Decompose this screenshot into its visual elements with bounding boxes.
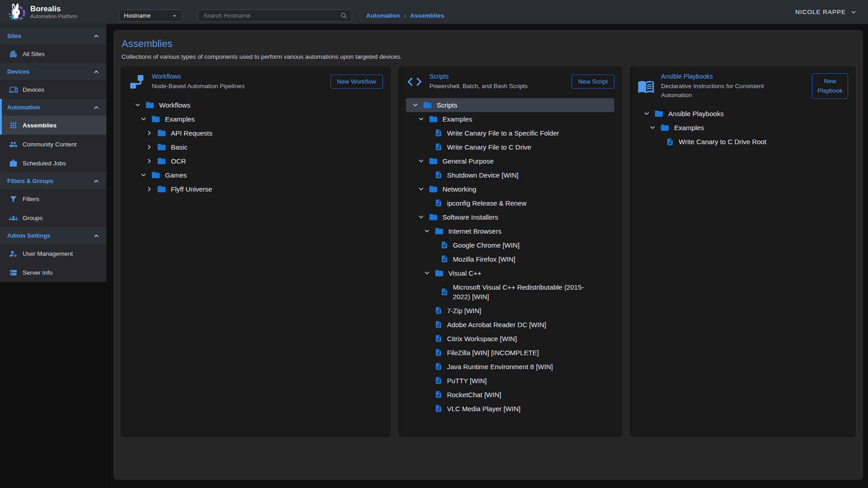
tree-file-label: Citrix Workspace [WIN] (447, 332, 517, 346)
tree-file-write-canary-file-to-a-specific-folder[interactable]: Write Canary File to a Specific Folder (406, 126, 615, 140)
sidebar-item-scheduled-jobs[interactable]: Scheduled Jobs (0, 154, 106, 173)
tree-folder-examples[interactable]: Examples (128, 112, 383, 126)
sidebar-item-community-content[interactable]: Community Content (0, 135, 106, 154)
card-ansible-playbooks: Ansible Playbooks Declarative Instructio… (630, 66, 856, 437)
chevron-right-icon[interactable] (146, 129, 153, 137)
file-icon (434, 129, 443, 137)
tree-folder-workflows[interactable]: Workflows (128, 98, 383, 112)
tree-folder-label: Examples (443, 112, 472, 126)
tree-file-rocketchat-win[interactable]: RocketChat [WIN] (406, 388, 615, 402)
rabbit-logo-icon (6, 2, 26, 22)
tree-folder-api-requests[interactable]: API Requests (128, 126, 383, 140)
folder-icon (157, 142, 166, 152)
tree-folder-general-purpose[interactable]: General Purpose (406, 154, 615, 168)
tree-folder-ocr[interactable]: OCR (128, 154, 383, 168)
tree-folder-ansible-playbooks[interactable]: Ansible Playbooks (637, 107, 848, 121)
tree-folder-label: General Purpose (443, 154, 494, 168)
sidebar-item-devices[interactable]: Devices (0, 80, 106, 99)
tree-file-write-canary-file-to-c-drive[interactable]: Write Canary File to C Drive (406, 140, 615, 154)
sidebar-section-sites[interactable]: Sites (0, 28, 106, 44)
user-name: NICOLE RAPPE (795, 9, 846, 15)
sidebar-item-assemblies[interactable]: Assemblies (0, 116, 106, 135)
chevron-down-icon[interactable] (140, 115, 147, 123)
tree-file-vlc-media-player-win[interactable]: VLC Media Player [WIN] (406, 402, 615, 416)
breadcrumb-assemblies[interactable]: Assemblies (410, 12, 444, 19)
tree-file-java-runtime-environment-8-win[interactable]: Java Runtime Environment 8 [WIN] (406, 360, 615, 374)
sidebar-section-filters-groups[interactable]: Filters & Groups (0, 173, 106, 189)
file-icon (434, 390, 443, 399)
hostname-select[interactable]: Hostname (119, 9, 183, 22)
chevron-down-icon[interactable] (423, 227, 431, 235)
new-playbook-button[interactable]: New Playbook (812, 73, 848, 99)
chevron-right-icon[interactable] (146, 143, 153, 151)
sidebar-item-groups[interactable]: Groups (0, 208, 106, 227)
tree-folder-examples[interactable]: Examples (406, 112, 615, 126)
chevron-right-icon[interactable] (146, 157, 153, 165)
search-input[interactable] (203, 12, 340, 19)
sidebar-divider (106, 24, 107, 488)
card-workflows: Workflows Node-Based Automation Pipeline… (121, 66, 391, 437)
sidebar-item-filters[interactable]: Filters (0, 189, 106, 208)
folder-icon (660, 123, 670, 132)
tree-file-mozilla-firefox-win[interactable]: Mozilla Firefox [WIN] (406, 252, 615, 266)
tree-folder-networking[interactable]: Networking (406, 182, 615, 196)
tree-folder-label: Internet Browsers (448, 224, 502, 238)
tree-file-citrix-workspace-win[interactable]: Citrix Workspace [WIN] (406, 332, 615, 346)
folder-icon (654, 109, 664, 118)
tree-folder-internet-browsers[interactable]: Internet Browsers (406, 224, 615, 238)
chevron-down-icon[interactable] (643, 110, 651, 117)
tree-file-microsoft-visual-c-redistributable-2015-2022-win[interactable]: Microsoft Visual C++ Redistributable (20… (406, 280, 615, 304)
chevron-down-icon[interactable] (423, 269, 431, 277)
sidebar-section-admin-settings[interactable]: Admin Settings (0, 227, 106, 244)
chevron-down-icon[interactable] (134, 101, 142, 109)
sidebar-item-user-management[interactable]: User Management (0, 244, 106, 263)
sidebar-item-all-sites[interactable]: All Sites (0, 44, 106, 63)
tree-file-label: Microsoft Visual C++ Redistributable (20… (453, 280, 598, 304)
tree-folder-flyff-universe[interactable]: Flyff Universe (128, 182, 383, 196)
tree-folder-visual-c[interactable]: Visual C++ (406, 266, 615, 280)
tree-file-write-canary-to-c-drive-root[interactable]: Write Canary to C Drive Root (637, 135, 848, 149)
tree-file-label: ipconfig Release & Renew (447, 196, 527, 210)
chevron-down-icon[interactable] (417, 213, 425, 221)
sidebar-item-label: Server Info (23, 269, 52, 276)
sidebar-item-server-info[interactable]: Server Info (0, 263, 106, 282)
tree-file-google-chrome-win[interactable]: Google Chrome [WIN] (406, 238, 615, 252)
tree-file-adobe-acrobat-reader-dc-win[interactable]: Adobe Acrobat Reader DC [WIN] (406, 318, 615, 332)
tree-file-7-zip-win[interactable]: 7-Zip [WIN] (406, 304, 615, 318)
tree-folder-examples[interactable]: Examples (637, 121, 848, 135)
chevron-down-icon[interactable] (417, 157, 425, 165)
tree-folder-label: Flyff Universe (171, 182, 212, 196)
tree-file-label: Google Chrome [WIN] (453, 238, 520, 252)
tree-file-label: Write Canary File to a Specific Folder (447, 126, 559, 140)
tree-file-ipconfig-release-renew[interactable]: ipconfig Release & Renew (406, 196, 615, 210)
sidebar-section-automation[interactable]: Automation (0, 99, 106, 116)
chevron-down-icon[interactable] (417, 185, 425, 193)
sidebar-section-devices[interactable]: Devices (0, 63, 106, 80)
new-workflow-button[interactable]: New Workflow (330, 75, 383, 89)
user-menu[interactable]: NICOLE RAPPE (795, 9, 857, 16)
tree-folder-scripts[interactable]: Scripts (406, 98, 615, 112)
card-subtitle: Node-Based Automation Pipelines (152, 82, 245, 91)
file-icon (440, 255, 448, 263)
cards: Workflows Node-Based Automation Pipeline… (121, 66, 856, 437)
tree-folder-software-installers[interactable]: Software Installers (406, 210, 615, 224)
chevron-down-icon[interactable] (411, 101, 419, 109)
chevron-right-icon[interactable] (146, 185, 153, 193)
tree-file-label: Adobe Acrobat Reader DC [WIN] (447, 318, 546, 332)
chevron-down-icon[interactable] (417, 115, 425, 123)
chevron-down-icon[interactable] (649, 124, 656, 131)
tree-file-label: Write Canary File to C Drive (447, 140, 531, 154)
folder-icon (429, 212, 438, 222)
tree-folder-games[interactable]: Games (128, 168, 383, 182)
tree-file-putty-win[interactable]: PuTTY [WIN] (406, 374, 615, 388)
tree-file-label: Mozilla Firefox [WIN] (453, 252, 515, 266)
chevron-down-icon[interactable] (140, 171, 147, 179)
breadcrumb-automation[interactable]: Automation (366, 12, 400, 19)
tree-file-filezilla-win-incomplete[interactable]: FileZilla [WIN] [INCOMPLETE] (406, 346, 615, 360)
tree-file-label: 7-Zip [WIN] (447, 304, 481, 318)
tree-file-shutdown-device-win[interactable]: Shutdown Device [WIN] (406, 168, 615, 182)
file-icon (434, 199, 443, 207)
new-script-button[interactable]: New Script (571, 75, 614, 89)
tree-folder-basic[interactable]: Basic (128, 140, 383, 154)
tree-file-label: RocketChat [WIN] (447, 388, 501, 402)
